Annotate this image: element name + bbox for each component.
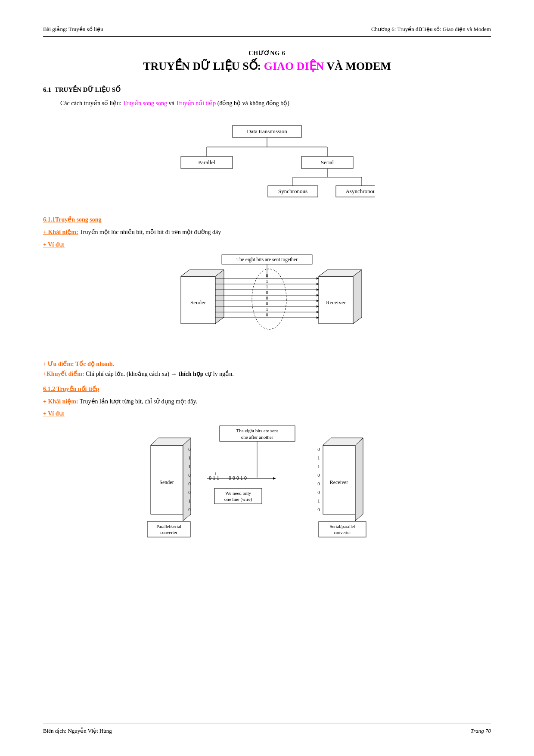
svg-text:Data transmission: Data transmission <box>247 128 287 134</box>
svg-text:0: 0 <box>266 273 268 278</box>
footer-right: Trang 70 <box>471 728 491 734</box>
svg-text:1: 1 <box>266 278 268 284</box>
parallel-text: Truyền song song <box>123 100 167 106</box>
chapter-title-magenta: GIAO DIỆN <box>264 60 324 72</box>
serial-text: Truyền nối tiếp <box>176 100 216 106</box>
svg-text:0: 0 <box>188 472 191 478</box>
svg-text:We need only: We need only <box>225 490 251 496</box>
header-right: Chương 6: Truyền dữ liệu số: Giao diện v… <box>371 26 491 33</box>
concept-line-parallel: + Khái niệm: Truyền một lúc nhiều bit, m… <box>43 228 491 237</box>
svg-marker-42 <box>317 277 319 280</box>
svg-marker-47 <box>317 305 319 308</box>
svg-text:0: 0 <box>266 295 268 300</box>
svg-text:Parallel/serial: Parallel/serial <box>156 524 181 529</box>
chapter-label: CHƯƠNG 6 <box>43 50 491 57</box>
tree-diagram: Data transmission Parallel Serial <box>43 117 491 203</box>
svg-marker-49 <box>317 316 319 319</box>
svg-text:Sender: Sender <box>159 479 174 485</box>
svg-text:0: 0 <box>188 490 191 495</box>
svg-marker-77 <box>273 477 276 480</box>
svg-text:0: 0 <box>188 447 191 452</box>
svg-text:converter: converter <box>160 530 177 535</box>
svg-text:1: 1 <box>188 464 191 469</box>
svg-text:0: 0 <box>266 290 268 295</box>
svg-text:1: 1 <box>188 455 191 460</box>
svg-text:0: 0 <box>188 507 191 512</box>
svg-text:0: 0 <box>317 507 320 512</box>
svg-marker-44 <box>317 288 319 291</box>
svg-text:The eight bits are sent togeth: The eight bits are sent together <box>236 257 298 262</box>
parallel-diagram: The eight bits are sent together Sender … <box>43 253 491 352</box>
svg-marker-46 <box>317 300 319 302</box>
svg-text:1: 1 <box>317 464 320 469</box>
svg-text:0: 0 <box>266 312 268 317</box>
disadvantage-label: +Khuyết điểm: <box>43 371 84 377</box>
svg-text:Serial/parallel: Serial/parallel <box>330 524 355 529</box>
svg-text:0 0 0 1 0: 0 0 0 1 0 <box>229 475 247 481</box>
svg-text:Synchronous: Synchronous <box>278 188 307 194</box>
svg-text:Sender: Sender <box>190 299 206 306</box>
disadvantage-line: +Khuyết điểm: Chi phí cáp lớn. (khoảng c… <box>43 370 491 378</box>
section-6-1-title: 6.1TRUYỀN DỮ LIỆU SỐ <box>43 86 491 94</box>
vidu-label-parallel: + Ví dụ: <box>43 241 491 248</box>
chapter-title-black1: TRUYỀN DỮ LIỆU SỐ: <box>143 60 264 72</box>
serial-svg: Sender 0 1 1 0 0 0 1 0 Parallel/serial c… <box>138 422 396 542</box>
svg-marker-23 <box>215 270 224 324</box>
svg-text:1: 1 <box>317 455 320 460</box>
header-left: Bài giảng: Truyền số liệu <box>43 26 103 33</box>
concept-label-serial: + Khái niệm: <box>43 398 78 405</box>
subsection-6-1-2-title: 6.1.2 Truyền nối tiếp <box>43 385 491 393</box>
svg-text:0: 0 <box>317 481 320 486</box>
svg-text:0: 0 <box>317 447 320 452</box>
svg-text:1: 1 <box>266 306 268 312</box>
svg-text:1: 1 <box>188 498 191 503</box>
parallel-svg: The eight bits are sent together Sender … <box>155 253 379 352</box>
advantage-label: + Ưu điểm: <box>43 361 74 367</box>
vidu-label-serial: + Ví dụ: <box>43 410 491 417</box>
svg-text:one after another: one after another <box>241 434 273 440</box>
footer: Biên dịch: Nguyễn Việt Hùng Trang 70 <box>43 724 491 734</box>
chapter-title-black2: VÀ MODEM <box>324 60 391 72</box>
advantage-line: + Ưu điểm: Tốc độ nhanh. <box>43 360 491 368</box>
svg-text:Parallel: Parallel <box>198 159 215 166</box>
serial-diagram: Sender 0 1 1 0 0 0 1 0 Parallel/serial c… <box>43 422 491 542</box>
svg-marker-43 <box>317 283 319 285</box>
svg-text:1: 1 <box>317 498 320 503</box>
svg-text:Receiver: Receiver <box>326 299 346 306</box>
svg-text:Receiver: Receiver <box>330 479 348 485</box>
concept-label-parallel: + Khái niệm: <box>43 229 78 235</box>
svg-point-25 <box>252 269 286 329</box>
svg-text:1: 1 <box>266 284 268 289</box>
section-6-1-intro: Các cách truyền số liệu: Truyền song son… <box>43 99 491 108</box>
footer-left: Biên dịch: Nguyễn Việt Hùng <box>43 728 112 734</box>
svg-marker-52 <box>353 270 362 324</box>
svg-text:Asynchronous: Asynchronous <box>345 188 375 194</box>
svg-text:0: 0 <box>317 472 320 478</box>
svg-text:The eight bits are sent: The eight bits are sent <box>236 428 278 433</box>
svg-text:0: 0 <box>266 301 268 306</box>
concept-line-serial: + Khái niệm: Truyền lần lượt từng bit, c… <box>43 397 491 406</box>
tree-svg: Data transmission Parallel Serial <box>159 121 375 199</box>
subsection-6-1-1-title: 6.1.1Truyền song song <box>43 216 491 223</box>
svg-marker-48 <box>317 311 319 313</box>
svg-text:0: 0 <box>317 490 320 495</box>
svg-marker-45 <box>317 294 319 297</box>
chapter-title: TRUYỀN DỮ LIỆU SỐ: GIAO DIỆN VÀ MODEM <box>43 59 491 73</box>
svg-text:one line (wire): one line (wire) <box>224 497 252 502</box>
svg-marker-83 <box>355 438 363 521</box>
svg-text:0: 0 <box>188 481 191 486</box>
svg-text:converter: converter <box>334 530 351 535</box>
svg-text:0 1 1: 0 1 1 <box>209 475 219 481</box>
svg-text:Serial: Serial <box>321 159 334 166</box>
